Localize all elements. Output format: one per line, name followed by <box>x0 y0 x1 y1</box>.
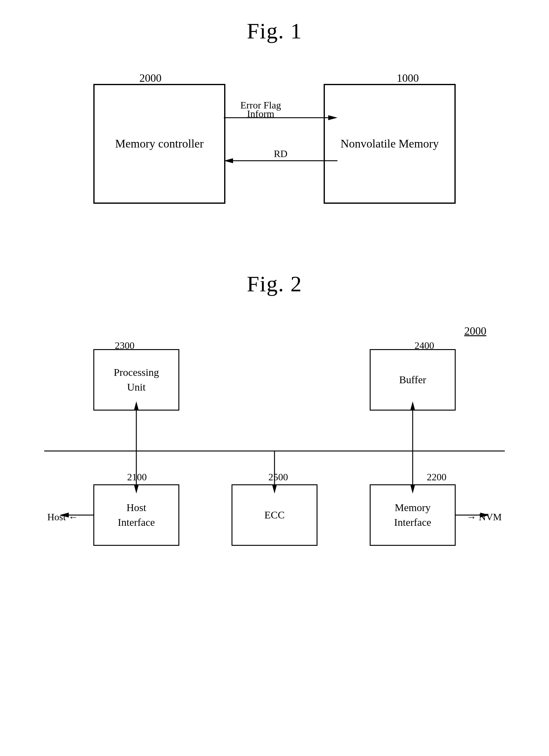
memory-interface-box: Memory Interface <box>370 484 456 546</box>
fig2-section: Fig. 2 2000 2300 2400 2100 2500 2200 Pro… <box>0 271 549 564</box>
nvm-label: → NVM <box>466 511 502 523</box>
fig1-section: Fig. 1 2000 1000 Memory controller Nonvo… <box>0 18 549 241</box>
host-interface-label: Host Interface <box>118 500 155 530</box>
memory-controller-label: Memory controller <box>115 136 204 152</box>
fig1-title: Fig. 1 <box>247 18 302 44</box>
bus-line <box>44 451 505 451</box>
fig2-ref-2200: 2200 <box>427 471 446 483</box>
fig1-ref-1000: 1000 <box>397 72 419 85</box>
page: Fig. 1 2000 1000 Memory controller Nonvo… <box>0 0 549 756</box>
rd-label: RD <box>274 148 287 159</box>
fig2-ref-2500: 2500 <box>269 471 288 483</box>
fig2-ref-2100: 2100 <box>127 471 147 483</box>
fig2-diagram: 2000 2300 2400 2100 2500 2200 Processing… <box>44 325 505 564</box>
ecc-label: ECC <box>265 508 284 522</box>
nonvolatile-memory-box: Nonvolatile Memory <box>323 84 456 204</box>
buffer-box: Buffer <box>370 349 456 411</box>
processing-unit-box: Processing Unit <box>93 349 179 411</box>
processing-unit-label: Processing Unit <box>114 365 159 394</box>
nonvolatile-memory-label: Nonvolatile Memory <box>340 136 439 152</box>
host-interface-box: Host Interface <box>93 484 179 546</box>
buffer-label: Buffer <box>399 372 426 387</box>
ecc-box: ECC <box>232 484 317 546</box>
fig2-ref-2000: 2000 <box>464 325 486 337</box>
fig1-ref-2000: 2000 <box>139 72 162 85</box>
host-label: Host ← <box>47 511 78 523</box>
ef-label-line2: Inform <box>247 108 274 119</box>
fig1-arrows-svg: Error Flag Inform RD <box>224 84 337 201</box>
fig1-diagram: 2000 1000 Memory controller Nonvolatile … <box>75 69 474 241</box>
svg-marker-3 <box>224 158 233 163</box>
memory-interface-label: Memory Interface <box>394 500 431 530</box>
svg-marker-1 <box>328 115 337 120</box>
memory-controller-box: Memory controller <box>93 84 226 204</box>
fig2-title: Fig. 2 <box>247 271 302 297</box>
